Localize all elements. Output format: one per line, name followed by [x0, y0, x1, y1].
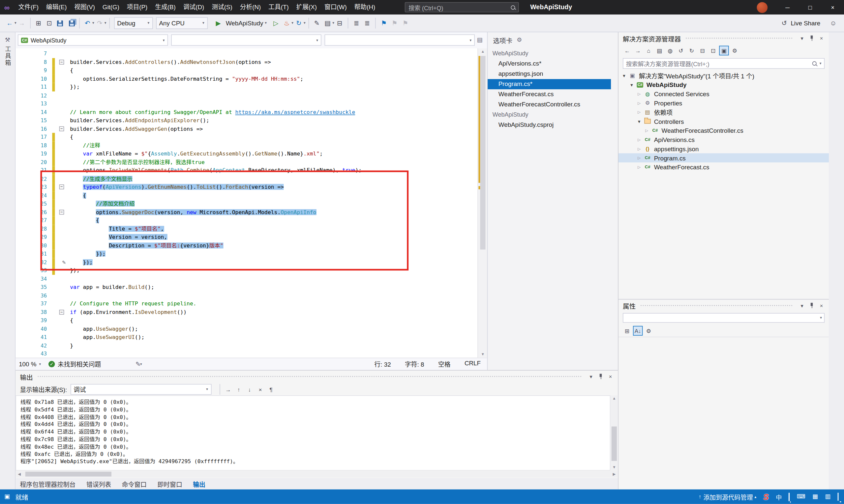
tree-expander-icon[interactable]: ▷	[636, 92, 642, 96]
scroll-left-icon[interactable]: ◀	[16, 471, 23, 477]
output-console[interactable]: 线程 0x71a8 已退出，返回值为 0 (0x0)。线程 0x5df4 已退出…	[16, 395, 610, 471]
maximize-button[interactable]: □	[799, 0, 822, 15]
document-tab[interactable]: WebApiStudy.csproj	[488, 120, 611, 130]
tree-item[interactable]: ▷C#WeatherForecast.cs	[619, 162, 829, 172]
menu-item[interactable]: 窗口(W)	[321, 0, 351, 15]
feedback-icon[interactable]: ☺	[828, 17, 838, 29]
code-line[interactable]: 11});	[16, 83, 487, 91]
tree-expander-icon[interactable]: ▷	[636, 165, 642, 169]
menu-item[interactable]: 工具(T)	[265, 0, 292, 15]
start-without-debugging-icon[interactable]: ▷	[271, 17, 280, 29]
menu-item[interactable]: 生成(B)	[151, 0, 179, 15]
indent-mode-indicator[interactable]: 空格	[438, 360, 451, 368]
code-line[interactable]: 36	[16, 291, 487, 300]
code-map-caret-icon[interactable]: ▾	[332, 21, 334, 25]
indent-decrease-icon[interactable]: ≣	[351, 17, 361, 29]
code-line[interactable]: 33});	[16, 266, 487, 274]
panel-tab[interactable]: 即时窗口	[158, 480, 182, 488]
hot-reload-icon[interactable]: ♨	[282, 17, 291, 29]
close-button[interactable]: ×	[821, 0, 844, 15]
gear-icon[interactable]: ⚙	[517, 36, 522, 43]
tree-item[interactable]: ▷⚙Properties	[619, 98, 829, 108]
code-line[interactable]: 20 //第二个参数为是否显示控制器注释，我选择true	[16, 158, 487, 166]
tray-s-logo-icon[interactable]: S	[763, 492, 769, 501]
code-line[interactable]: 9{	[16, 66, 487, 74]
redo-icon[interactable]: ↷	[94, 17, 104, 29]
document-health-indicator[interactable]: ✓ 未找到相关问题	[49, 360, 101, 368]
fold-collapse-icon[interactable]: −	[59, 310, 64, 314]
tree-expander-icon[interactable]: ▷	[636, 147, 642, 151]
fold-collapse-icon[interactable]: −	[59, 126, 64, 131]
properties-object-select[interactable]: ▾	[623, 313, 825, 323]
toolbox-tab[interactable]: 工具箱	[3, 46, 12, 67]
microphone-icon[interactable]	[789, 493, 790, 500]
save-icon[interactable]	[55, 17, 65, 29]
scroll-up-icon[interactable]: ▲	[478, 49, 488, 55]
grid-icon[interactable]: ▦	[812, 493, 818, 500]
document-tab[interactable]: WeatherForecast.cs	[488, 89, 611, 100]
drag-grip[interactable]	[685, 37, 792, 39]
show-all-files-icon[interactable]: ⊡	[708, 46, 718, 55]
tree-item[interactable]: ▾Controllers	[619, 116, 829, 126]
code-line[interactable]: 16−builder.Services.AddSwaggerGen(option…	[16, 125, 487, 133]
word-wrap-icon[interactable]: ¶	[266, 384, 276, 394]
code-line[interactable]: 42}	[16, 341, 487, 349]
tree-item[interactable]: ▷▤依赖项	[619, 108, 829, 117]
output-source-select[interactable]: 调试 ▾	[70, 384, 211, 395]
hot-reload-caret-icon[interactable]: ▾	[291, 21, 293, 25]
navigate-back-icon[interactable]: ←	[5, 17, 15, 29]
window-position-caret-icon[interactable]: ▾	[798, 34, 806, 42]
code-line[interactable]: 29 Version = version,	[16, 233, 487, 241]
code-line[interactable]: 17{	[16, 133, 487, 141]
rows-icon[interactable]: ▥	[825, 493, 830, 500]
find-in-files-icon[interactable]: ✎	[312, 17, 322, 29]
add-to-source-control-button[interactable]: ↑ 添加到源代码管理 ▴	[699, 492, 757, 501]
restart-app-icon[interactable]: ↻	[294, 17, 304, 29]
code-line[interactable]: 21 options.IncludeXmlComments(Path.Combi…	[16, 166, 487, 174]
previous-bookmark-icon[interactable]: ⚑	[390, 17, 399, 29]
code-line[interactable]: 40 app.UseSwagger();	[16, 324, 487, 333]
menu-item[interactable]: 编辑(E)	[42, 0, 70, 15]
tree-expander-icon[interactable]: ▷	[636, 156, 642, 160]
alphabetical-icon[interactable]: A↓	[633, 326, 642, 335]
preview-selected-items-icon[interactable]: ▣	[719, 46, 729, 55]
pending-changes-filter-icon[interactable]: ◍	[665, 46, 675, 55]
code-line[interactable]: 27 {	[16, 216, 487, 224]
solution-configuration-select[interactable]: Debug ▾	[114, 17, 153, 29]
pin-icon[interactable]	[597, 372, 605, 381]
panel-tab[interactable]: 输出	[193, 480, 205, 488]
forward-icon[interactable]: →	[633, 46, 642, 55]
tree-item[interactable]: ▷C#Program.cs	[619, 153, 829, 162]
drag-grip[interactable]	[37, 375, 582, 378]
refresh-icon[interactable]: ↻	[687, 46, 696, 55]
open-file-icon[interactable]: ⊡	[45, 17, 54, 29]
code-line[interactable]: 12	[16, 91, 487, 100]
window-position-caret-icon[interactable]: ▾	[587, 372, 596, 381]
output-vertical-scrollbar[interactable]: ▲ ▼	[610, 395, 618, 471]
keyboard-icon[interactable]: ⌨	[797, 493, 806, 500]
sync-with-active-document-icon[interactable]: ↺	[676, 46, 686, 55]
type-dropdown[interactable]: ▾	[171, 34, 322, 46]
tree-item[interactable]: ▷◍Connected Services	[619, 89, 829, 98]
restart-caret-icon[interactable]: ▾	[304, 21, 306, 25]
code-cleanup-button[interactable]: ✎ ▾	[136, 360, 142, 368]
tree-expander-icon[interactable]: ▷	[636, 101, 642, 105]
document-tab[interactable]: WeatherForecastController.cs	[488, 100, 611, 110]
window-layout-icon[interactable]: ⊟	[335, 17, 345, 29]
bell-icon[interactable]	[838, 493, 839, 500]
previous-message-icon[interactable]: ↑	[234, 384, 243, 394]
user-avatar[interactable]	[757, 2, 768, 13]
clear-all-icon[interactable]: ×	[256, 384, 265, 394]
close-icon[interactable]: ×	[817, 34, 826, 42]
jump-to-source-icon[interactable]: →	[223, 384, 233, 394]
save-all-icon[interactable]	[66, 17, 75, 29]
menu-item[interactable]: Git(G)	[99, 0, 123, 15]
code-line[interactable]: 19 var xmlFileName = $"{Assembly.GetExec…	[16, 149, 487, 158]
code-line[interactable]: 22 //生成多个文档显示	[16, 175, 487, 183]
fold-collapse-icon[interactable]: −	[59, 210, 64, 214]
code-line[interactable]: 26− options.SwaggerDoc(version, new Micr…	[16, 208, 487, 216]
start-debugging-button[interactable]: ▶ WebApiStudy ▾	[210, 17, 270, 29]
solution-platform-select[interactable]: Any CPU ▾	[156, 17, 208, 29]
panel-tab[interactable]: 命令窗口	[122, 480, 147, 488]
tree-expander-icon[interactable]: ▾	[620, 73, 627, 78]
